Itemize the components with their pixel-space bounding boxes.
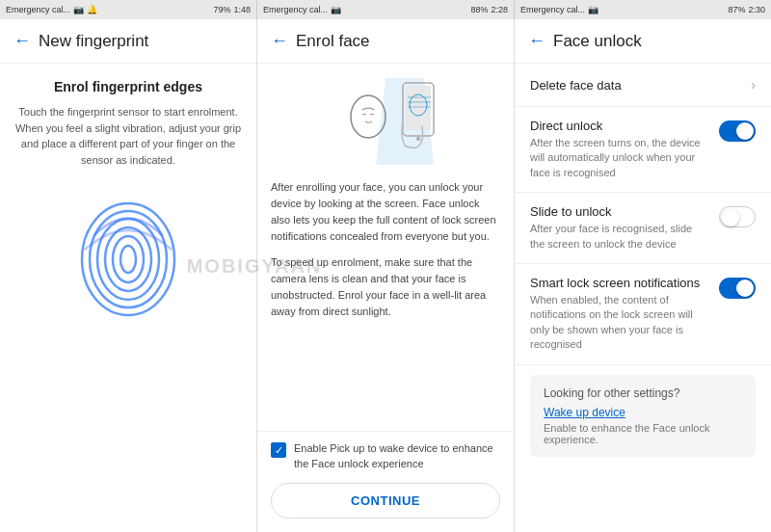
looking-sub-desc: Enable to enhance the Face unlock experi… [544, 422, 742, 445]
enrol-desc-1: After enrolling your face, you can unloc… [271, 179, 500, 245]
status-right-1: 79% 1:48 [213, 5, 251, 14]
battery-3: 87% [728, 5, 745, 14]
status-left-1: Emergency cal... 📷 🔔 [6, 5, 97, 14]
chevron-right-icon: › [751, 77, 756, 93]
faceunlock-title: Face unlock [553, 32, 642, 51]
slide-unlock-desc: After your face is recognised, slide the… [530, 222, 709, 252]
back-arrow-enrolface[interactable]: ← [271, 31, 288, 51]
battery-1: 79% [213, 5, 230, 14]
back-arrow-fingerprint[interactable]: ← [13, 31, 31, 51]
battery-2: 88% [470, 5, 488, 14]
time-3: 2:30 [748, 5, 765, 14]
time-1: 1:48 [233, 5, 251, 14]
enrolface-content: After enrolling your face, you can unloc… [257, 64, 514, 431]
direct-unlock-item: Direct unlock After the screen turns on,… [515, 107, 771, 193]
delete-face-item[interactable]: Delete face data › [515, 64, 771, 107]
slide-unlock-text: Slide to unlock After your face is recog… [530, 204, 709, 252]
svg-point-5 [120, 246, 136, 273]
emergency-call-3: Emergency cal... [520, 5, 585, 14]
fingerprint-title: New fingerprint [39, 32, 148, 51]
slide-unlock-item: Slide to unlock After your face is recog… [515, 193, 771, 264]
icons-3: 📷 [588, 5, 598, 14]
smart-notifications-text: Smart lock screen notifications When ena… [530, 276, 709, 353]
enrolface-panel: ← Enrol face [257, 19, 515, 532]
fingerprint-image [75, 197, 181, 322]
status-bar-3: Emergency cal... 📷 87% 2:30 [515, 0, 771, 19]
icons-1: 📷 🔔 [73, 5, 97, 14]
toggle-knob-smart [736, 279, 754, 297]
face-image [328, 73, 443, 170]
svg-point-0 [82, 203, 174, 315]
checkbox-row: ✓ Enable Pick up to wake device to enhan… [271, 441, 500, 471]
svg-point-1 [90, 211, 167, 307]
pickup-checkbox[interactable]: ✓ [271, 442, 286, 458]
back-arrow-faceunlock[interactable]: ← [528, 31, 545, 51]
status-bar-1: Emergency cal... 📷 🔔 79% 1:48 [0, 0, 257, 19]
direct-unlock-text: Direct unlock After the screen turns on,… [530, 119, 709, 180]
enrolface-title: Enrol face [296, 32, 370, 51]
checkbox-label: Enable Pick up to wake device to enhance… [294, 441, 500, 471]
status-right-3: 87% 2:30 [728, 5, 765, 14]
direct-unlock-toggle[interactable] [719, 120, 756, 142]
checkbox-check-icon: ✓ [275, 445, 283, 456]
wake-up-device-link[interactable]: Wake up device [544, 406, 742, 419]
looking-box: Looking for other settings? Wake up devi… [530, 375, 756, 457]
status-bars: Emergency cal... 📷 🔔 79% 1:48 Emergency … [0, 0, 771, 19]
status-right-2: 88% 2:28 [470, 5, 508, 14]
toggle-knob-direct [736, 122, 754, 140]
smart-notifications-item: Smart lock screen notifications When ena… [515, 264, 771, 365]
smart-notifications-toggle[interactable] [719, 278, 756, 299]
status-left-2: Emergency cal... 📷 [263, 5, 341, 14]
direct-unlock-title: Direct unlock [530, 119, 709, 133]
faceunlock-panel: ← Face unlock Delete face data › Direct … [515, 19, 771, 532]
emergency-call-1: Emergency cal... [6, 5, 70, 14]
svg-point-9 [416, 137, 420, 141]
smart-notifications-title: Smart lock screen notifications [530, 276, 709, 290]
delete-face-label: Delete face data [530, 78, 622, 93]
enrol-desc-2: To speed up enrolment, make sure that th… [271, 254, 500, 320]
time-2: 2:28 [491, 5, 508, 14]
enrol-fingerprint-title: Enrol fingerprint edges [54, 79, 202, 94]
fingerprint-panel: ← New fingerprint Enrol fingerprint edge… [0, 19, 257, 532]
continue-button[interactable]: CONTINUE [271, 483, 500, 519]
faceunlock-content: Delete face data › Direct unlock After t… [515, 64, 771, 532]
panels: ← New fingerprint Enrol fingerprint edge… [0, 19, 771, 532]
smart-notifications-desc: When enabled, the content of notificatio… [530, 293, 709, 353]
emergency-call-2: Emergency cal... [263, 5, 328, 14]
svg-point-4 [113, 236, 144, 282]
slide-unlock-title: Slide to unlock [530, 204, 709, 219]
fingerprint-content: Enrol fingerprint edges Touch the finger… [0, 64, 256, 337]
status-bar-2: Emergency cal... 📷 88% 2:28 [257, 0, 515, 19]
looking-title: Looking for other settings? [544, 386, 742, 400]
svg-point-10 [351, 95, 386, 138]
icons-2: 📷 [331, 5, 341, 14]
enrolface-header: ← Enrol face [257, 19, 514, 64]
slide-unlock-toggle[interactable] [719, 206, 756, 227]
enrol-fingerprint-desc: Touch the fingerprint sensor to start en… [13, 104, 243, 168]
fingerprint-header: ← New fingerprint [0, 19, 256, 64]
direct-unlock-desc: After the screen turns on, the device wi… [530, 136, 709, 180]
status-left-3: Emergency cal... 📷 [520, 5, 598, 14]
faceunlock-header: ← Face unlock [515, 19, 771, 64]
enrolface-footer: ✓ Enable Pick up to wake device to enhan… [257, 431, 514, 532]
toggle-knob-slide [722, 209, 739, 226]
